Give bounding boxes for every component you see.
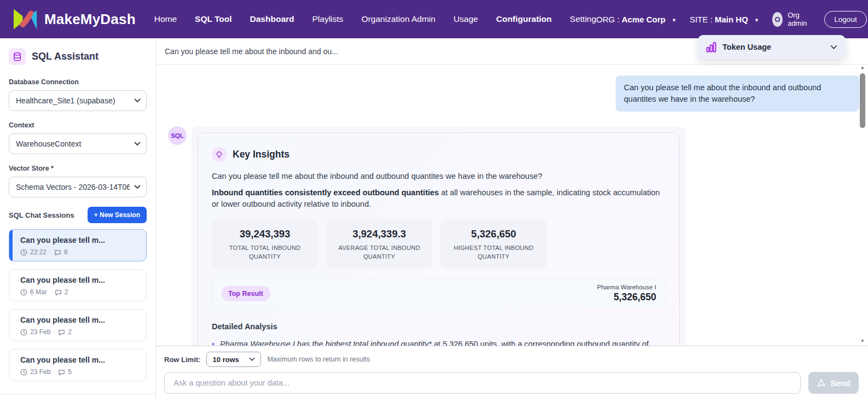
key-insights-card: Key Insights Can you please tell me abou… (198, 132, 680, 346)
site-label: SITE : (690, 15, 713, 24)
session-title: Can you please tell m... (20, 356, 140, 364)
nav-item-home[interactable]: Home (154, 14, 177, 24)
stat-card-total: 39,243,393 TOTAL TOTAL INBOUND QUANTITY (212, 219, 318, 269)
sidebar-title: SQL Assistant (32, 51, 99, 62)
makemydash-logo-icon (13, 8, 38, 31)
db-connection-label: Database Connection (9, 78, 147, 86)
user-message-bubble: Can you please tell me about the inbound… (616, 75, 859, 112)
sessions-header-row: SQL Chat Sessions + New Session (9, 207, 147, 223)
assistant-message-container: Key Insights Can you please tell me abou… (192, 126, 686, 346)
session-count: 5 (68, 368, 72, 376)
user-avatar[interactable]: O (772, 12, 783, 27)
site-value: Main HQ (715, 15, 748, 24)
nav-item-configuration[interactable]: Configuration (496, 14, 552, 24)
content-area: SQL Assistant Database Connection Health… (0, 38, 868, 402)
session-meta: 23 Feb 2 (20, 328, 140, 336)
session-time: 23 Feb (30, 328, 50, 336)
sessions-header: SQL Chat Sessions (9, 211, 74, 219)
nav-item-setting[interactable]: Setting (570, 14, 596, 24)
scroll-up-arrow-icon[interactable]: ▲ (860, 65, 865, 71)
assistant-message-row: SQL Key In (168, 126, 859, 346)
clock-icon (20, 249, 27, 256)
new-session-button[interactable]: + New Session (88, 207, 147, 223)
session-time: 23 Feb (30, 368, 50, 376)
clock-icon (20, 369, 27, 376)
send-button[interactable]: Send (808, 372, 859, 394)
analysis-bullet: • Pharma Warehouse I has the highest tot… (212, 339, 666, 346)
key-insights-title: Key Insights (233, 149, 290, 160)
brand-logo[interactable]: MakeMyDash (13, 8, 136, 31)
session-item[interactable]: Can you please tell m... 22:22 6 (9, 229, 147, 261)
session-item[interactable]: Can you please tell m... 23 Feb 5 (9, 349, 147, 381)
session-item[interactable]: Can you please tell m... 6 Mar 2 (9, 269, 147, 301)
composer-bar: Row Limit: 10 rows Maximum rows to retur… (156, 346, 868, 402)
sidebar-divider (0, 394, 155, 394)
stats-row: 39,243,393 TOTAL TOTAL INBOUND QUANTITY … (212, 219, 666, 269)
session-item[interactable]: Can you please tell m... 23 Feb 2 (9, 309, 147, 341)
nav-item-usage[interactable]: Usage (454, 14, 478, 24)
site-selector[interactable]: SITE : Main HQ ▼ (690, 15, 759, 24)
site-caret-down-icon: ▼ (754, 18, 759, 23)
org-value: Acme Corp (622, 15, 666, 24)
vertical-scrollbar[interactable]: ▲ ▼ (859, 65, 866, 345)
database-icon (9, 48, 26, 65)
nav-item-organization-admin[interactable]: Organization Admin (361, 14, 435, 24)
session-count: 2 (68, 328, 72, 336)
session-count: 6 (64, 248, 68, 256)
scrollbar-track[interactable] (860, 71, 865, 338)
chat-bubble-icon (55, 289, 62, 296)
stat-label: TOTAL TOTAL INBOUND QUANTITY (217, 244, 313, 261)
top-result-name: Pharma Warehouse I (597, 284, 656, 290)
chat-scroll-area[interactable]: Can you please tell me about the inbound… (156, 65, 868, 346)
chat-bubble-icon (58, 329, 65, 336)
top-result-value-block: Pharma Warehouse I 5,326,650 (597, 284, 656, 303)
org-label: ORG : (596, 15, 620, 24)
stat-card-highest: 5,326,650 HIGHEST TOTAL INBOUND QUANTITY (441, 219, 547, 269)
question-input[interactable] (164, 372, 801, 394)
app-window: MakeMyDash Home SQL Tool Dashboard Playl… (0, 0, 868, 402)
logout-button[interactable]: Logout (824, 11, 866, 28)
stat-value: 39,243,393 (217, 228, 313, 240)
clock-icon (20, 329, 27, 336)
context-select[interactable]: WarehouseContext (9, 133, 147, 154)
token-usage-panel[interactable]: Token Usage (698, 35, 846, 59)
bar-chart-icon (706, 42, 716, 53)
scrollbar-thumb[interactable] (860, 73, 865, 128)
db-connection-select[interactable]: Healthcare_Site1 (supabase) (9, 90, 147, 111)
analysis-bullet-italic: Pharma Warehouse I has the highest total… (220, 340, 432, 346)
user-info[interactable]: O Org admin (772, 11, 811, 27)
nav-item-sql-tool[interactable]: SQL Tool (195, 14, 232, 24)
session-meta: 6 Mar 2 (20, 288, 140, 296)
top-navbar: MakeMyDash Home SQL Tool Dashboard Playl… (0, 0, 868, 38)
top-result-value: 5,326,650 (597, 292, 656, 303)
vector-store-select[interactable]: Schema Vectors - 2026-03-14T06: (9, 177, 147, 197)
chat-bubble-icon (54, 249, 61, 256)
main-panel: Can you please tell me about the inbound… (156, 38, 868, 402)
stat-value: 3,924,339.3 (332, 228, 427, 240)
send-label: Send (830, 378, 850, 388)
nav-links: Home SQL Tool Dashboard Playlists Organi… (154, 14, 597, 24)
session-title: Can you please tell m... (20, 236, 140, 244)
row-limit-select[interactable]: 10 rows (206, 352, 261, 367)
nav-item-dashboard[interactable]: Dashboard (250, 14, 294, 24)
context-label: Context (9, 121, 147, 129)
nav-right-cluster: ORG : Acme Corp ▼ SITE : Main HQ ▼ O Org… (596, 11, 866, 28)
insights-summary-bold: Inbound quantities consistently exceed o… (212, 188, 439, 197)
send-icon (817, 378, 826, 387)
detailed-analysis-title: Detailed Analysis (212, 322, 666, 331)
session-meta: 23 Feb 5 (20, 368, 140, 376)
stat-value: 5,326,650 (446, 228, 541, 240)
user-role-label: Org admin (788, 11, 811, 27)
session-title: Can you please tell m... (20, 316, 140, 324)
chevron-down-icon[interactable] (830, 45, 837, 50)
top-result-badge: Top Result (221, 286, 270, 301)
org-selector[interactable]: ORG : Acme Corp ▼ (596, 15, 676, 24)
vector-store-label: Vector Store * (9, 165, 147, 172)
chat-bubble-icon (58, 369, 65, 376)
insights-question: Can you please tell me about the inbound… (212, 171, 666, 182)
scroll-down-arrow-icon[interactable]: ▼ (860, 338, 865, 345)
session-count: 2 (65, 288, 68, 296)
stat-label: AVERAGE TOTAL INBOUND QUANTITY (332, 244, 427, 261)
sidebar: SQL Assistant Database Connection Health… (0, 38, 156, 402)
nav-item-playlists[interactable]: Playlists (313, 14, 344, 24)
